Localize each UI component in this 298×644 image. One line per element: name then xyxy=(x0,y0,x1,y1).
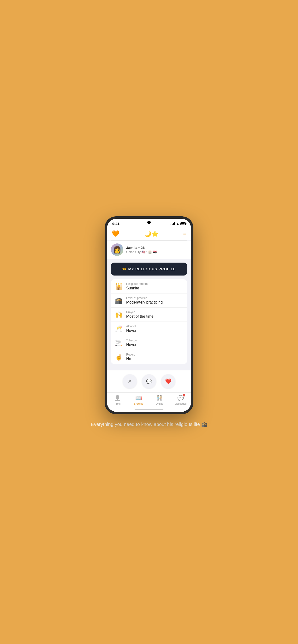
alcohol-value: Never xyxy=(126,328,136,333)
profile-location: Union City 🇺🇸 • 🏠 🇪🇬 xyxy=(126,250,157,254)
app-center-icon: 🌙⭐ xyxy=(144,230,159,237)
list-item: 🙌 Prayer Most of the time xyxy=(111,308,187,322)
list-item: 🚬 Tobacco Never xyxy=(111,336,187,350)
content-area: 👐 MY RELIGIOUS PROFILE 🕌 Religious strea… xyxy=(107,259,191,368)
prayer-value: Most of the time xyxy=(126,314,154,319)
action-buttons: ✕ 💬 ❤️ xyxy=(107,370,191,392)
phone-frame: 9:41 ▲ 🧡 🌙⭐ ≡ 👩 J xyxy=(105,216,193,414)
list-item: ☝️ Revert No xyxy=(111,350,187,364)
wifi-icon: ▲ xyxy=(176,222,179,226)
profile-name: Jamila • 26 xyxy=(126,246,157,250)
browse-icon: 📖 xyxy=(135,395,142,401)
religious-stream-label: Religious stream xyxy=(126,282,147,286)
religious-stream-content: Religious stream Sunnite xyxy=(126,282,147,290)
list-item: 🥂 Alcohol Never xyxy=(111,322,187,336)
battery-icon xyxy=(181,222,186,225)
tagline: Everything you need to know about his re… xyxy=(81,421,217,428)
list-item: 🕌 Religious stream Sunnite xyxy=(111,279,187,294)
tobacco-value: Never xyxy=(126,342,137,347)
prayer-icon: 🙌 xyxy=(115,311,123,318)
practice-value: Moderately practicing xyxy=(126,300,163,304)
nav-label-online: Online xyxy=(156,402,163,405)
religious-btn-label: 👐 MY RELIGIOUS PROFILE xyxy=(122,267,176,271)
home-indicator xyxy=(107,407,191,412)
status-time: 9:41 xyxy=(112,222,119,226)
top-nav: 🧡 🌙⭐ ≡ xyxy=(107,228,191,240)
dislike-button[interactable]: ✕ xyxy=(123,374,137,388)
status-bar: 9:41 ▲ xyxy=(107,219,191,228)
tobacco-label: Tobacco xyxy=(126,339,137,342)
revert-label: Revert xyxy=(126,353,135,356)
religious-stream-icon: 🕌 xyxy=(115,283,123,290)
menu-icon[interactable]: ≡ xyxy=(183,231,186,237)
list-item: 🕋 Level of practice Moderately practicin… xyxy=(111,294,187,308)
religious-stream-value: Sunnite xyxy=(126,286,147,290)
bottom-nav: 👤 Profil 📖 Browse 🧑‍🤝‍🧑 Online 💬 xyxy=(107,392,191,407)
profil-icon: 👤 xyxy=(114,395,121,401)
nav-item-browse[interactable]: 📖 Browse xyxy=(131,395,146,405)
nav-item-profil[interactable]: 👤 Profil xyxy=(110,395,125,405)
message-button[interactable]: 💬 xyxy=(142,374,156,388)
prayer-content: Prayer Most of the time xyxy=(126,310,154,319)
messages-icon: 💬 xyxy=(177,395,184,401)
nav-item-messages[interactable]: 💬 Messages xyxy=(173,395,188,405)
status-icons: ▲ xyxy=(171,222,186,226)
revert-value: No xyxy=(126,357,135,361)
alcohol-icon: 🥂 xyxy=(115,325,123,332)
close-icon: ✕ xyxy=(128,378,132,384)
heart-icon: ❤️ xyxy=(165,378,172,384)
practice-content: Level of practice Moderately practicing xyxy=(126,296,163,304)
alcohol-content: Alcohol Never xyxy=(126,325,136,333)
profile-section: 👩 Jamila • 26 Union City 🇺🇸 • 🏠 🇪🇬 xyxy=(107,240,191,259)
nav-label-browse: Browse xyxy=(134,402,143,405)
home-bar xyxy=(135,409,163,410)
messages-badge xyxy=(183,394,185,396)
prayer-label: Prayer xyxy=(126,310,154,314)
profile-items-card: 🕌 Religious stream Sunnite 🕋 Level of pr… xyxy=(111,279,187,364)
avatar: 👩 xyxy=(111,244,123,256)
practice-label: Level of practice xyxy=(126,296,163,300)
nav-label-profil: Profil xyxy=(114,402,120,405)
message-icon: 💬 xyxy=(146,378,152,384)
app-logo-icon: 🧡 xyxy=(112,230,119,238)
online-icon: 🧑‍🤝‍🧑 xyxy=(156,395,163,401)
revert-icon: ☝️ xyxy=(115,354,123,361)
like-button[interactable]: ❤️ xyxy=(161,374,175,388)
signal-bars-icon xyxy=(171,222,175,225)
practice-icon: 🕋 xyxy=(115,297,123,304)
religious-profile-button[interactable]: 👐 MY RELIGIOUS PROFILE xyxy=(111,262,187,276)
nav-item-online[interactable]: 🧑‍🤝‍🧑 Online xyxy=(152,395,167,405)
alcohol-label: Alcohol xyxy=(126,325,136,328)
tobacco-content: Tobacco Never xyxy=(126,339,137,347)
tobacco-icon: 🚬 xyxy=(115,339,123,347)
profile-info: Jamila • 26 Union City 🇺🇸 • 🏠 🇪🇬 xyxy=(126,246,157,254)
camera-notch xyxy=(147,221,151,224)
revert-content: Revert No xyxy=(126,353,135,361)
nav-label-messages: Messages xyxy=(175,402,186,405)
phone-screen: 9:41 ▲ 🧡 🌙⭐ ≡ 👩 J xyxy=(107,219,191,412)
